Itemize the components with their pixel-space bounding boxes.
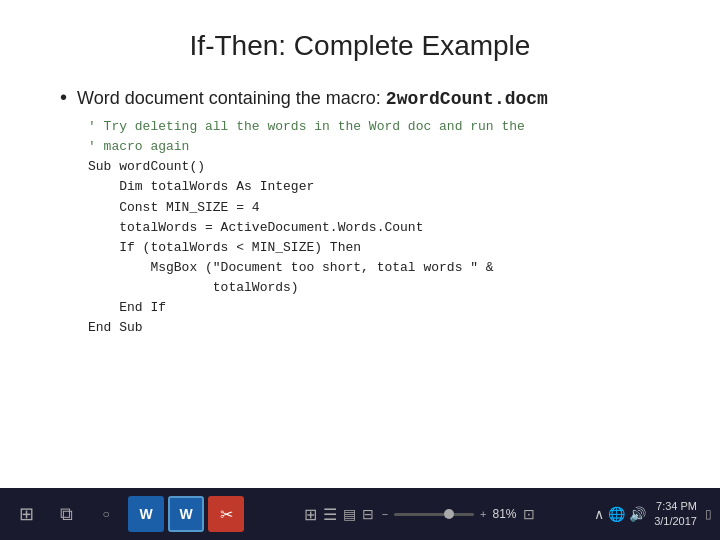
show-desktop-icon[interactable]: ▯ xyxy=(705,507,712,521)
slide-icon-layout: ⊟ xyxy=(362,506,374,522)
bullet-item: • Word document containing the macro: 2w… xyxy=(60,86,660,109)
slide-icon-alt: ▤ xyxy=(343,506,356,522)
clock-date: 3/1/2017 xyxy=(654,514,697,529)
network-icon[interactable]: 🌐 xyxy=(608,506,625,522)
slide-title: If-Then: Complete Example xyxy=(60,30,660,62)
scissors-taskbar-icon[interactable]: ✂ xyxy=(208,496,244,532)
taskbar: ⊞ ⧉ ○ W W ✂ ⊞ ☰ ▤ ⊟ − + 81% ⊡ ∧ 🌐 🔊 xyxy=(0,488,720,540)
code-block: ' Try deleting all the words in the Word… xyxy=(88,117,660,339)
volume-icon[interactable]: 🔊 xyxy=(629,506,646,522)
code-line-8: MsgBox ("Document too short, total words… xyxy=(88,258,660,278)
tray-icons: ∧ 🌐 🔊 xyxy=(594,506,646,522)
slide-icons: ⊞ ☰ ▤ ⊟ xyxy=(304,505,374,524)
slide-icon-list: ☰ xyxy=(323,505,337,524)
zoom-bar-area: − + 81% ⊡ xyxy=(382,506,535,522)
code-line-6: totalWords = ActiveDocument.Words.Count xyxy=(88,218,660,238)
code-line-3: Sub wordCount() xyxy=(88,157,660,177)
taskbar-left: ⊞ ⧉ ○ W W ✂ xyxy=(8,496,244,532)
clock-time: 7:34 PM xyxy=(654,499,697,514)
bullet-prefix: Word document containing the macro: xyxy=(77,88,386,108)
code-line-4: Dim totalWords As Integer xyxy=(88,177,660,197)
slide-content: If-Then: Complete Example • Word documen… xyxy=(0,0,720,363)
code-line-2: ' macro again xyxy=(88,137,660,157)
slide-icon-grid: ⊞ xyxy=(304,505,317,524)
word-taskbar-icon-1[interactable]: W xyxy=(128,496,164,532)
bullet-dot: • xyxy=(60,86,67,109)
zoom-minus[interactable]: − xyxy=(382,508,388,520)
taskbar-right: ∧ 🌐 🔊 7:34 PM 3/1/2017 ▯ xyxy=(594,499,712,530)
code-line-5: Const MIN_SIZE = 4 xyxy=(88,198,660,218)
code-line-7: If (totalWords < MIN_SIZE) Then xyxy=(88,238,660,258)
zoom-fit-icon[interactable]: ⊡ xyxy=(523,506,535,522)
bullet-section: • Word document containing the macro: 2w… xyxy=(60,86,660,339)
filename-inline: 2wordCount.docm xyxy=(386,89,548,109)
cortana-icon[interactable]: ○ xyxy=(88,496,124,532)
code-line-11: End Sub xyxy=(88,318,660,338)
code-line-1: ' Try deleting all the words in the Word… xyxy=(88,117,660,137)
clock-area[interactable]: 7:34 PM 3/1/2017 xyxy=(654,499,697,530)
zoom-plus[interactable]: + xyxy=(480,508,486,520)
taskview-icon[interactable]: ⧉ xyxy=(48,496,84,532)
zoom-percent: 81% xyxy=(493,507,517,521)
zoom-thumb xyxy=(444,509,454,519)
code-line-9: totalWords) xyxy=(88,278,660,298)
chevron-up-icon[interactable]: ∧ xyxy=(594,506,604,522)
taskbar-middle: ⊞ ☰ ▤ ⊟ − + 81% ⊡ xyxy=(304,505,535,524)
zoom-slider[interactable] xyxy=(394,513,474,516)
start-icon[interactable]: ⊞ xyxy=(8,496,44,532)
bullet-text: Word document containing the macro: 2wor… xyxy=(77,88,548,109)
code-line-10: End If xyxy=(88,298,660,318)
word-taskbar-icon-2[interactable]: W xyxy=(168,496,204,532)
